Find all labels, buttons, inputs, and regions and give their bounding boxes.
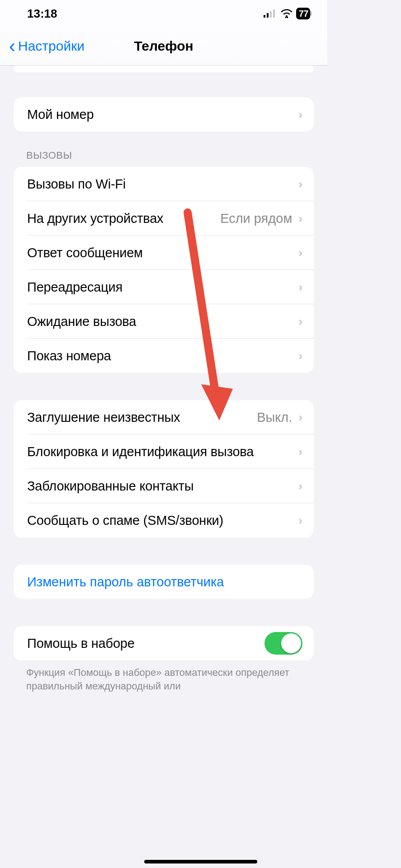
- blocking-group: Заглушение неизвестных Выкл. › Блокировк…: [14, 400, 314, 538]
- calls-header: ВЫЗОВЫ: [0, 132, 327, 167]
- row-value: Если рядом: [220, 211, 292, 226]
- row-label: Ожидание вызова: [27, 314, 298, 329]
- row-label: Вызовы по Wi-Fi: [27, 177, 298, 192]
- status-bar: 13:18 77: [0, 0, 327, 27]
- block-id-row[interactable]: Блокировка и идентификация вызова ›: [14, 434, 314, 469]
- link-label: Изменить пароль автоответчика: [27, 575, 224, 590]
- change-voicemail-password-row[interactable]: Изменить пароль автоответчика: [14, 565, 314, 599]
- row-label: Переадресация: [27, 280, 298, 295]
- previous-group-bottom: [14, 66, 314, 72]
- svg-rect-2: [270, 11, 272, 18]
- chevron-right-icon: ›: [298, 410, 302, 425]
- dial-assist-footer: Функция «Помощь в наборе» автоматически …: [0, 660, 327, 693]
- cellular-signal-icon: [264, 9, 277, 18]
- calls-group: Вызовы по Wi-Fi › На других устройствах …: [14, 167, 314, 373]
- chevron-right-icon: ›: [298, 280, 302, 294]
- clock: 13:18: [27, 7, 57, 21]
- chevron-right-icon: ›: [298, 479, 302, 493]
- chevron-right-icon: ›: [298, 315, 302, 329]
- dial-assist-group: Помощь в наборе: [14, 626, 314, 660]
- my-number-row[interactable]: Мой номер ›: [14, 97, 314, 132]
- chevron-right-icon: ›: [298, 514, 302, 528]
- my-number-group: Мой номер ›: [14, 97, 314, 132]
- chevron-right-icon: ›: [298, 445, 302, 459]
- row-label: На других устройствах: [27, 211, 220, 226]
- chevron-right-icon: ›: [298, 108, 302, 122]
- back-label: Настройки: [18, 38, 85, 54]
- wifi-calling-row[interactable]: Вызовы по Wi-Fi ›: [14, 167, 314, 201]
- wifi-icon: [281, 9, 292, 18]
- row-value: Выкл.: [257, 410, 292, 425]
- chevron-right-icon: ›: [298, 212, 302, 226]
- row-label: Сообщать о спаме (SMS/звонки): [27, 513, 298, 528]
- toggle-knob: [281, 633, 301, 653]
- row-label: Заблокированные контакты: [27, 479, 298, 494]
- other-devices-row[interactable]: На других устройствах Если рядом ›: [14, 201, 314, 236]
- row-label: Заглушение неизвестных: [27, 410, 257, 425]
- chevron-right-icon: ›: [298, 246, 302, 260]
- chevron-right-icon: ›: [298, 177, 302, 191]
- silence-unknown-row[interactable]: Заглушение неизвестных Выкл. ›: [14, 400, 314, 434]
- reply-with-message-row[interactable]: Ответ сообщением ›: [14, 236, 314, 270]
- row-label: Помощь в наборе: [27, 636, 264, 651]
- chevron-left-icon: ‹: [9, 37, 15, 56]
- svg-point-4: [286, 15, 288, 17]
- svg-rect-3: [273, 9, 275, 18]
- dial-assist-toggle[interactable]: [264, 632, 302, 655]
- chevron-right-icon: ›: [298, 349, 302, 363]
- report-spam-row[interactable]: Сообщать о спаме (SMS/звонки) ›: [14, 503, 314, 538]
- voicemail-group: Изменить пароль автоответчика: [14, 565, 314, 599]
- row-label: Ответ сообщением: [27, 245, 298, 260]
- row-label: Блокировка и идентификация вызова: [27, 444, 298, 459]
- blocked-contacts-row[interactable]: Заблокированные контакты ›: [14, 469, 314, 503]
- svg-rect-0: [264, 15, 265, 18]
- row-label: Мой номер: [27, 107, 298, 122]
- row-label: Показ номера: [27, 349, 298, 363]
- battery-indicator: 77: [296, 8, 311, 19]
- call-waiting-row[interactable]: Ожидание вызова ›: [14, 304, 314, 339]
- back-button[interactable]: ‹ Настройки: [9, 37, 85, 56]
- dial-assist-row: Помощь в наборе: [14, 626, 314, 660]
- call-forwarding-row[interactable]: Переадресация ›: [14, 270, 314, 304]
- page-title: Телефон: [134, 38, 193, 54]
- status-right: 77: [264, 8, 311, 19]
- svg-rect-1: [267, 13, 269, 18]
- navigation-bar: ‹ Настройки Телефон: [0, 27, 327, 66]
- battery-level: 77: [296, 8, 310, 19]
- show-caller-id-row[interactable]: Показ номера ›: [14, 339, 314, 373]
